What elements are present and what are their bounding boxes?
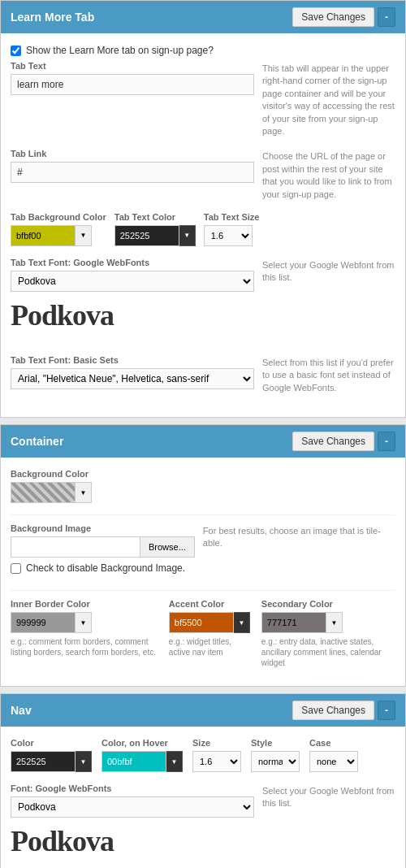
secondary-color-col: Secondary Color ▼ e.g.: entry data, inac… bbox=[261, 599, 395, 668]
nav-case-select[interactable]: none bbox=[309, 751, 358, 772]
nav-section: Nav Save Changes - Color ▼ Color, on Hov… bbox=[0, 693, 406, 868]
tab-bg-color-label: Tab Background Color bbox=[11, 212, 106, 222]
learn-more-tab-save-button[interactable]: Save Changes bbox=[292, 7, 374, 27]
nav-style-label: Style bbox=[251, 738, 300, 748]
bg-image-input[interactable] bbox=[11, 536, 140, 558]
tab-text-label: Tab Text bbox=[11, 61, 254, 71]
disable-bg-image-checkbox[interactable] bbox=[11, 563, 21, 574]
nav-color-hover-col: Color, on Hover ▼ bbox=[102, 738, 183, 772]
tab-text-size-select[interactable]: 1.6 bbox=[204, 225, 253, 246]
tab-text-input[interactable] bbox=[11, 74, 254, 95]
tab-text-color-col: Tab Text Color ▼ bbox=[114, 212, 196, 246]
bg-color-picker-button[interactable]: ▼ bbox=[76, 482, 92, 503]
container-title: Container bbox=[11, 435, 63, 448]
tab-link-label: Tab Link bbox=[11, 149, 254, 158]
nav-font-google-main: Font: Google WebFonts Podkova Podkova bbox=[11, 783, 254, 868]
tab-font-preview: Podkova bbox=[11, 298, 254, 332]
container-actions: Save Changes - bbox=[292, 432, 395, 451]
accent-color-desc: e.g.: widget titles, active nav item bbox=[169, 636, 250, 658]
learn-more-tab-title: Learn More Tab bbox=[11, 11, 94, 24]
tab-font-google-select[interactable]: Podkova bbox=[11, 271, 254, 292]
container-save-button[interactable]: Save Changes bbox=[292, 432, 374, 451]
learn-more-tab-section: Learn More Tab Save Changes - Show the L… bbox=[0, 0, 406, 418]
bg-image-help: For best results, choose an image that i… bbox=[203, 523, 395, 579]
accent-color-col: Accent Color ▼ e.g.: widget titles, acti… bbox=[169, 599, 250, 668]
container-body: Background Color ▼ Background Image Brow… bbox=[1, 458, 405, 686]
tab-link-help: Choose the URL of the page or post withi… bbox=[262, 149, 395, 201]
tab-text-color-field: ▼ bbox=[114, 225, 196, 246]
tab-font-basic-select[interactable]: Arial, "Helvetica Neue", Helvetica, sans… bbox=[11, 368, 254, 389]
secondary-color-label: Secondary Color bbox=[261, 599, 395, 609]
color-three-col: Inner Border Color ▼ e.g.: comment form … bbox=[11, 599, 395, 668]
inner-border-color-label: Inner Border Color bbox=[11, 599, 158, 609]
bg-color-field-group: Background Color ▼ bbox=[11, 469, 395, 503]
inner-border-color-input[interactable] bbox=[11, 612, 76, 633]
nav-font-preview: Podkova bbox=[11, 824, 254, 858]
nav-color-hover-input[interactable] bbox=[102, 751, 166, 772]
nav-size-select[interactable]: 1.6 bbox=[192, 751, 241, 772]
nav-size-label: Size bbox=[192, 738, 241, 748]
tab-bg-color-picker-button[interactable]: ▼ bbox=[76, 225, 92, 246]
nav-body: Color ▼ Color, on Hover ▼ Size 1.6 bbox=[1, 727, 405, 868]
tab-font-basic-main: Tab Text Font: Basic Sets Arial, "Helvet… bbox=[11, 355, 254, 394]
tab-font-basic-group: Tab Text Font: Basic Sets Arial, "Helvet… bbox=[11, 355, 395, 394]
tab-text-color-input[interactable] bbox=[114, 225, 179, 246]
tab-font-google-group: Tab Text Font: Google WebFonts Podkova P… bbox=[11, 258, 395, 344]
bg-color-swatch bbox=[11, 482, 76, 503]
nav-font-google-help: Select your Google Webfont from this lis… bbox=[262, 783, 395, 868]
container-collapse-button[interactable]: - bbox=[378, 432, 395, 451]
tab-text-help: This tab will appear in the upper right-… bbox=[262, 61, 395, 137]
secondary-color-picker-button[interactable]: ▼ bbox=[326, 612, 343, 633]
tab-font-basic-help: Select from this list if you'd prefer to… bbox=[262, 355, 395, 394]
container-section: Container Save Changes - Background Colo… bbox=[0, 424, 406, 687]
learn-more-tab-body: Show the Learn More tab on sign-up page?… bbox=[1, 33, 405, 417]
accent-color-label: Accent Color bbox=[169, 599, 250, 609]
nav-actions: Save Changes - bbox=[292, 701, 395, 720]
tab-font-google-label: Tab Text Font: Google WebFonts bbox=[11, 258, 254, 267]
nav-font-google-select[interactable]: Podkova bbox=[11, 796, 254, 818]
inner-border-color-field: ▼ bbox=[11, 612, 158, 633]
inner-border-color-desc: e.g.: comment form borders, comment list… bbox=[11, 636, 158, 658]
nav-size-col: Size 1.6 bbox=[192, 738, 241, 772]
tab-font-google-help: Select your Google Webfont from this lis… bbox=[262, 258, 395, 344]
learn-more-tab-actions: Save Changes - bbox=[292, 7, 395, 27]
nav-style-col: Style normal bbox=[251, 738, 300, 772]
nav-color-input[interactable] bbox=[11, 751, 76, 772]
tab-font-google-main: Tab Text Font: Google WebFonts Podkova P… bbox=[11, 258, 254, 344]
nav-color-col: Color ▼ bbox=[11, 738, 92, 772]
browse-button[interactable]: Browse... bbox=[140, 536, 195, 558]
inner-border-color-picker-button[interactable]: ▼ bbox=[76, 612, 92, 633]
nav-color-row: Color ▼ Color, on Hover ▼ Size 1.6 bbox=[11, 738, 395, 772]
inner-border-color-col: Inner Border Color ▼ e.g.: comment form … bbox=[11, 599, 158, 668]
nav-title: Nav bbox=[11, 704, 32, 717]
tab-text-field-group: Tab Text This tab will appear in the upp… bbox=[11, 61, 395, 137]
tab-link-input[interactable] bbox=[11, 162, 254, 183]
tab-text-color-picker-button[interactable]: ▼ bbox=[179, 225, 196, 246]
nav-header: Nav Save Changes - bbox=[1, 694, 405, 727]
nav-case-col: Case none bbox=[309, 738, 358, 772]
nav-collapse-button[interactable]: - bbox=[378, 701, 395, 720]
nav-color-hover-label: Color, on Hover bbox=[102, 738, 183, 748]
learn-more-tab-collapse-button[interactable]: - bbox=[378, 7, 395, 27]
tab-text-size-col: Tab Text Size 1.6 bbox=[204, 212, 260, 246]
nav-save-button[interactable]: Save Changes bbox=[292, 701, 374, 720]
secondary-color-input[interactable] bbox=[261, 612, 326, 633]
tab-text-color-label: Tab Text Color bbox=[114, 212, 196, 222]
accent-color-picker-button[interactable]: ▼ bbox=[234, 612, 250, 633]
tab-link-field-group: Tab Link Choose the URL of the page or p… bbox=[11, 149, 395, 201]
container-header: Container Save Changes - bbox=[1, 425, 405, 458]
bg-image-section: Background Image Browse... Check to disa… bbox=[11, 523, 395, 579]
divider-2 bbox=[11, 590, 395, 591]
nav-style-select[interactable]: normal bbox=[251, 751, 300, 772]
tab-bg-color-field: ▼ bbox=[11, 225, 106, 246]
tab-link-main: Tab Link bbox=[11, 149, 254, 201]
show-tab-checkbox[interactable] bbox=[11, 46, 21, 56]
tab-text-main: Tab Text bbox=[11, 61, 254, 137]
nav-color-picker-button[interactable]: ▼ bbox=[76, 751, 92, 772]
nav-font-google-label: Font: Google WebFonts bbox=[11, 783, 254, 793]
tab-bg-color-input[interactable] bbox=[11, 225, 76, 246]
accent-color-input[interactable] bbox=[169, 612, 234, 633]
secondary-color-field: ▼ bbox=[261, 612, 395, 633]
divider-1 bbox=[11, 514, 395, 515]
nav-color-hover-picker-button[interactable]: ▼ bbox=[166, 751, 183, 772]
